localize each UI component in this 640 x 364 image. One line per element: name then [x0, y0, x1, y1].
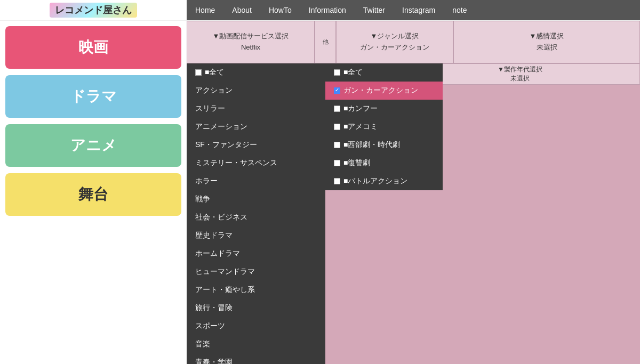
- logo-area: レコメンド屋さん: [0, 3, 187, 18]
- category-dorama[interactable]: ドラマ: [5, 75, 181, 118]
- sub-option-gun-car[interactable]: ガン・カーアクション: [325, 82, 443, 100]
- sub-option-western-label: ■西部劇・時代劇: [343, 140, 400, 150]
- genre-option-human-label: ヒューマンドラマ: [195, 267, 255, 277]
- streaming-filter-value: Netflix: [241, 42, 260, 53]
- genre-option-all-label: ■全て: [205, 68, 224, 77]
- genre-option-music[interactable]: 音楽: [187, 335, 325, 353]
- nav-home[interactable]: Home: [192, 0, 218, 20]
- sub-option-amecomic-label: ■アメコミ: [343, 122, 378, 132]
- sub-option-battle[interactable]: ■バトルアクション: [325, 172, 443, 190]
- sub-option-kungfu-label: ■カンフー: [343, 104, 378, 114]
- streaming-filter[interactable]: ▼動画配信サービス選択 Netflix: [187, 21, 315, 63]
- genre-option-youth[interactable]: 青春・学園: [187, 353, 325, 364]
- content-area: ▼動画配信サービス選択 Netflix 他 ▼ジャンル選択 ガン・カーアクション…: [187, 21, 640, 364]
- sub-genre-dropdown: ■全て ガン・カーアクション ■カンフー ■アメコミ ■西部劇・時代劇: [325, 63, 443, 190]
- nav-about[interactable]: About: [229, 0, 255, 20]
- navigation: Home About HowTo Information Twitter Ins…: [187, 0, 640, 20]
- genre-option-action[interactable]: アクション: [187, 82, 325, 100]
- genre-option-home-label: ホームドラマ: [195, 249, 240, 258]
- genre-filter-value: ガン・カーアクション: [360, 42, 429, 53]
- genre-option-history-label: 歴史ドラマ: [195, 231, 233, 240]
- genre-option-animation[interactable]: アニメーション: [187, 118, 325, 136]
- genre-option-sports-label: スポーツ: [195, 321, 225, 331]
- genre-option-history[interactable]: 歴史ドラマ: [187, 227, 325, 245]
- category-butai[interactable]: 舞台: [5, 173, 181, 216]
- genre-option-sports[interactable]: スポーツ: [187, 317, 325, 335]
- year-filter-value: 未選択: [510, 74, 530, 83]
- year-filter-label: ▼製作年代選択: [498, 65, 542, 74]
- sub-option-all-label: ■全て: [343, 68, 363, 77]
- genre-option-war[interactable]: 戦争: [187, 190, 325, 208]
- nav-information[interactable]: Information: [306, 0, 349, 20]
- genre-filter-label: ▼ジャンル選択: [371, 31, 419, 42]
- header: レコメンド屋さん Home About HowTo Information Tw…: [0, 0, 640, 21]
- emotion-filter-value: 未選択: [537, 42, 557, 53]
- genre-option-sf-label: SF・ファンタジー: [195, 140, 257, 150]
- category-eiga[interactable]: 映画: [5, 26, 181, 69]
- emotion-filter[interactable]: ▼感情選択 未選択: [453, 21, 640, 63]
- sidebar: 映画 ドラマ アニメ 舞台: [0, 21, 187, 364]
- nav-instagram[interactable]: Instagram: [399, 0, 438, 20]
- genre-checkbox-all: [195, 69, 202, 76]
- genre-option-war-label: 戦争: [195, 195, 210, 204]
- genre-option-action-label: アクション: [195, 86, 233, 95]
- genre-option-travel[interactable]: 旅行・冒険: [187, 299, 325, 317]
- genre-option-animation-label: アニメーション: [195, 122, 247, 132]
- content-inner: ▼動画配信サービス選択 Netflix 他 ▼ジャンル選択 ガン・カーアクション…: [187, 21, 640, 364]
- genre-option-youth-label: 青春・学園: [195, 358, 233, 364]
- sub-option-western[interactable]: ■西部劇・時代劇: [325, 136, 443, 154]
- sub-option-revenge-label: ■復讐劇: [343, 158, 370, 168]
- logo[interactable]: レコメンド屋さん: [50, 3, 137, 18]
- sub-checkbox-revenge: [334, 160, 340, 166]
- sub-option-kungfu[interactable]: ■カンフー: [325, 100, 443, 118]
- main-layout: 映画 ドラマ アニメ 舞台 ▼動画配信サービス選択 Netflix 他 ▼ジャン…: [0, 21, 640, 364]
- sub-checkbox-western: [334, 142, 340, 148]
- genre-option-music-label: 音楽: [195, 339, 210, 349]
- genre-option-art[interactable]: アート・癒やし系: [187, 281, 325, 299]
- genre-option-mystery-label: ミステリー・サスペンス: [195, 158, 277, 168]
- genre-option-thriller[interactable]: スリラー: [187, 100, 325, 118]
- sub-checkbox-all: [334, 69, 340, 76]
- genre-option-sf[interactable]: SF・ファンタジー: [187, 136, 325, 154]
- sub-checkbox-amecomic: [334, 124, 340, 130]
- genre-option-horror[interactable]: ホラー: [187, 172, 325, 190]
- sub-checkbox-gun-car: [334, 87, 340, 94]
- sub-option-revenge[interactable]: ■復讐劇: [325, 154, 443, 172]
- nav-howto[interactable]: HowTo: [266, 0, 295, 20]
- streaming-filter-label: ▼動画配信サービス選択: [213, 31, 289, 42]
- genre-filter[interactable]: ▼ジャンル選択 ガン・カーアクション: [336, 21, 453, 63]
- sub-option-amecomic[interactable]: ■アメコミ: [325, 118, 443, 136]
- genre-option-business-label: 社会・ビジネス: [195, 213, 247, 222]
- genre-option-human[interactable]: ヒューマンドラマ: [187, 263, 325, 281]
- top-filters-row: ▼動画配信サービス選択 Netflix 他 ▼ジャンル選択 ガン・カーアクション…: [187, 21, 640, 63]
- sub-option-gun-car-label: ガン・カーアクション: [343, 86, 418, 95]
- genre-option-horror-label: ホラー: [195, 176, 218, 186]
- genre-option-home[interactable]: ホームドラマ: [187, 245, 325, 263]
- genre-option-all[interactable]: ■全て: [187, 63, 325, 82]
- genre-option-mystery[interactable]: ミステリー・サスペンス: [187, 154, 325, 172]
- nav-note[interactable]: note: [449, 0, 470, 20]
- category-anime[interactable]: アニメ: [5, 124, 181, 167]
- genre-dropdown: ■全て アクション スリラー アニメーション SF・ファンタジー ミステリー・サ…: [187, 63, 325, 364]
- sub-option-battle-label: ■バトルアクション: [343, 176, 407, 186]
- nav-twitter[interactable]: Twitter: [360, 0, 388, 20]
- sub-checkbox-kungfu: [334, 106, 340, 112]
- sub-option-all[interactable]: ■全て: [325, 63, 443, 82]
- streaming-other-filter[interactable]: 他: [315, 21, 336, 63]
- genre-option-travel-label: 旅行・冒険: [195, 303, 233, 313]
- genre-option-thriller-label: スリラー: [195, 104, 225, 114]
- streaming-other-label: 他: [323, 37, 329, 47]
- sub-checkbox-battle: [334, 178, 340, 184]
- genre-option-business[interactable]: 社会・ビジネス: [187, 208, 325, 227]
- genre-option-art-label: アート・癒やし系: [195, 285, 255, 295]
- emotion-filter-label: ▼感情選択: [530, 31, 564, 42]
